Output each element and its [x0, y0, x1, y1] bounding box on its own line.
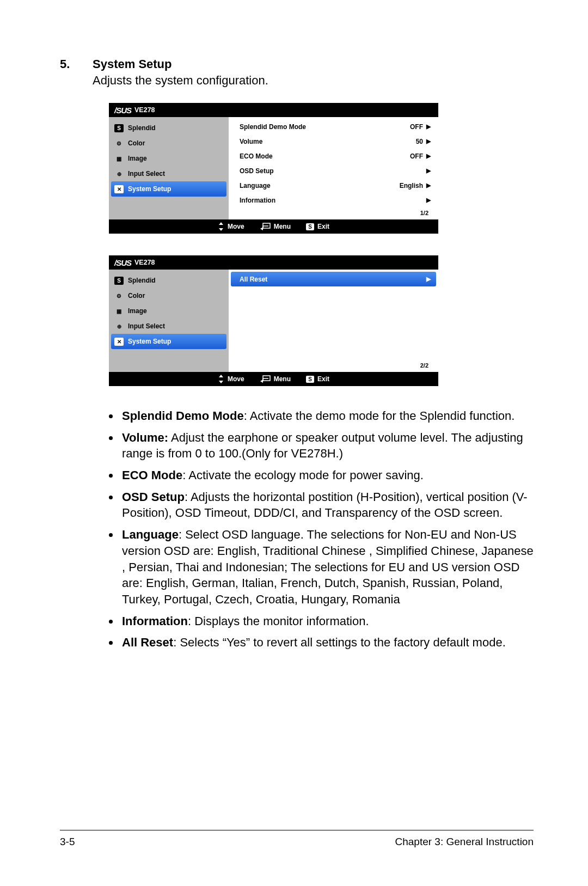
image-icon: ▦: [114, 307, 124, 315]
svg-marker-4: [219, 375, 223, 377]
setting-all-reset[interactable]: All Reset ▶: [231, 272, 436, 286]
brand-logo: /SUS: [114, 106, 131, 115]
list-item: All Reset: Selects “Yes” to revert all s…: [120, 634, 534, 651]
color-icon: ⚙: [114, 139, 124, 148]
footer-move-label: Move: [228, 223, 244, 230]
sidebar-item-input-select[interactable]: ⊕ Input Select: [109, 319, 229, 334]
chevron-right-icon: ▶: [426, 138, 431, 145]
svg-marker-0: [219, 222, 223, 225]
setting-language[interactable]: Language English▶: [231, 178, 436, 193]
chevron-right-icon: ▶: [426, 197, 431, 204]
footer-exit-label: Exit: [317, 375, 329, 383]
sidebar-item-image[interactable]: ▦ Image: [109, 303, 229, 319]
move-updown-icon: [218, 375, 224, 383]
footer-move-label: Move: [228, 375, 244, 383]
enter-icon: [260, 223, 271, 230]
setting-information[interactable]: Information ▶: [231, 193, 436, 207]
move-updown-icon: [218, 222, 224, 231]
input-icon: ⊕: [114, 170, 124, 178]
sidebar-item-system-setup[interactable]: ✕ System Setup: [111, 334, 226, 349]
chevron-right-icon: ▶: [426, 182, 431, 189]
setting-value: English: [400, 182, 423, 190]
sidebar-item-label: Image: [128, 155, 147, 162]
setting-volume[interactable]: Volume 50▶: [231, 134, 436, 149]
footer-menu: Menu: [260, 375, 291, 383]
sidebar-item-label: System Setup: [128, 185, 171, 193]
page-footer: 3-5 Chapter 3: General Instruction: [60, 830, 534, 848]
page-indicator: 1/2: [231, 207, 436, 219]
section-number: 5.: [60, 57, 93, 71]
sidebar-item-color[interactable]: ⚙ Color: [109, 288, 229, 303]
chevron-right-icon: ▶: [426, 167, 431, 174]
section-description: Adjusts the system configuration.: [93, 74, 534, 88]
footer-menu-label: Menu: [274, 375, 291, 383]
image-icon: ▦: [114, 155, 124, 163]
sidebar-item-color[interactable]: ⚙ Color: [109, 136, 229, 151]
list-item: Language: Select OSD language. The selec…: [120, 527, 534, 607]
description-list: Splendid Demo Mode: Activate the demo mo…: [93, 408, 534, 651]
sidebar-item-image[interactable]: ▦ Image: [109, 151, 229, 166]
chevron-right-icon: ▶: [426, 276, 431, 283]
osd-footer: Move Menu S Exit: [109, 372, 438, 386]
osd-header: /SUS VE278: [109, 255, 438, 270]
footer-exit: S Exit: [306, 223, 329, 230]
setting-label: Splendid Demo Mode: [240, 123, 306, 131]
model-label: VE278: [134, 106, 155, 114]
chevron-right-icon: ▶: [426, 152, 431, 160]
setting-value: 50: [416, 138, 423, 145]
svg-marker-7: [260, 380, 263, 383]
color-icon: ⚙: [114, 292, 124, 300]
sidebar-item-splendid[interactable]: S Splendid: [109, 273, 229, 288]
chapter-label: Chapter 3: General Instruction: [395, 836, 534, 848]
chevron-right-icon: ▶: [426, 123, 431, 130]
footer-move: Move: [218, 222, 244, 231]
setting-splendid-demo[interactable]: Splendid Demo Mode OFF▶: [231, 119, 436, 134]
page-number: 3-5: [60, 836, 75, 848]
osd-panel-2: /SUS VE278 S Splendid ⚙ Color ▦ Image: [109, 255, 438, 386]
sidebar-item-label: System Setup: [128, 338, 171, 345]
svg-marker-5: [219, 381, 223, 383]
osd-panel-1: /SUS VE278 S Splendid ⚙ Color ▦ Image: [109, 103, 438, 234]
osd-left-menu: S Splendid ⚙ Color ▦ Image ⊕ Input Selec…: [109, 270, 229, 372]
splendid-icon: S: [114, 124, 124, 132]
svg-marker-3: [260, 227, 263, 230]
setting-label: All Reset: [240, 276, 267, 283]
svg-marker-1: [219, 228, 223, 231]
list-item: ECO Mode: Activate the ecology mode for …: [120, 467, 534, 484]
osd-header: /SUS VE278: [109, 103, 438, 117]
osd-right-panel: Splendid Demo Mode OFF▶ Volume 50▶ ECO M…: [229, 117, 438, 219]
system-setup-icon: ✕: [114, 185, 124, 193]
section-title: System Setup: [93, 57, 172, 71]
setting-osd-setup[interactable]: OSD Setup ▶: [231, 163, 436, 178]
osd-footer: Move Menu S Exit: [109, 219, 438, 234]
sidebar-item-label: Input Select: [128, 322, 165, 330]
sidebar-item-system-setup[interactable]: ✕ System Setup: [111, 181, 226, 197]
setting-value: OFF: [410, 152, 423, 160]
setting-label: Language: [240, 182, 271, 190]
footer-exit: S Exit: [306, 375, 329, 383]
osd-right-panel: All Reset ▶ 2/2: [229, 270, 438, 372]
sidebar-item-label: Image: [128, 307, 147, 315]
list-item: Volume: Adjust the earphone or speaker o…: [120, 430, 534, 462]
setting-eco-mode[interactable]: ECO Mode OFF▶: [231, 149, 436, 163]
s-badge-icon: S: [306, 223, 314, 230]
setting-label: Volume: [240, 138, 262, 145]
osd-left-menu: S Splendid ⚙ Color ▦ Image ⊕ Input Selec…: [109, 117, 229, 219]
setting-label: OSD Setup: [240, 167, 274, 175]
setting-label: ECO Mode: [240, 152, 273, 160]
page-indicator: 2/2: [231, 360, 436, 372]
splendid-icon: S: [114, 277, 124, 285]
footer-menu-label: Menu: [274, 223, 291, 230]
footer-move: Move: [218, 375, 244, 383]
model-label: VE278: [134, 259, 155, 266]
list-item: Splendid Demo Mode: Activate the demo mo…: [120, 408, 534, 424]
footer-exit-label: Exit: [317, 223, 329, 230]
sidebar-item-splendid[interactable]: S Splendid: [109, 120, 229, 136]
footer-menu: Menu: [260, 223, 291, 230]
sidebar-item-label: Splendid: [128, 277, 156, 284]
sidebar-item-label: Splendid: [128, 124, 156, 132]
sidebar-item-input-select[interactable]: ⊕ Input Select: [109, 166, 229, 181]
system-setup-icon: ✕: [114, 338, 124, 346]
brand-logo: /SUS: [114, 258, 131, 267]
input-icon: ⊕: [114, 322, 124, 331]
